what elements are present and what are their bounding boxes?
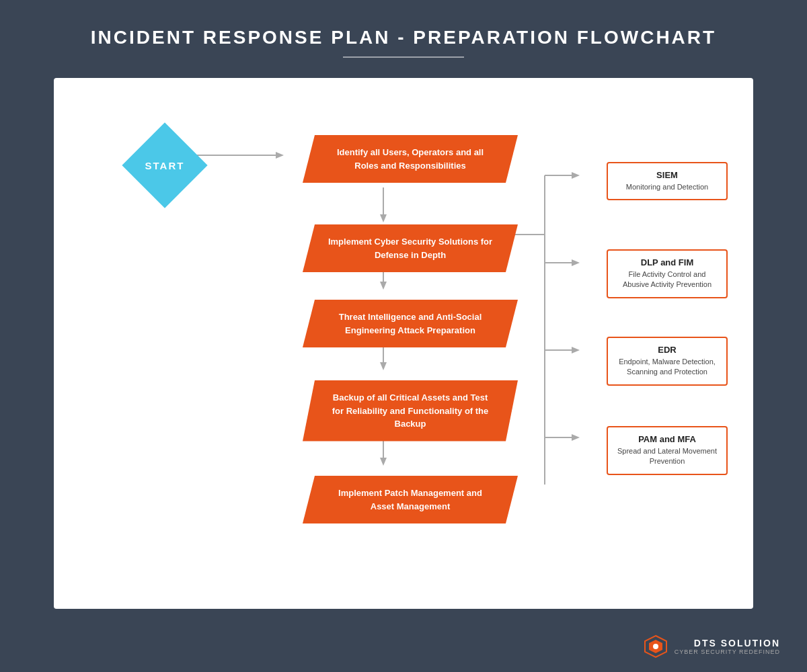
step5-text: Implement Patch Management and Asset Man…: [338, 488, 482, 511]
side-box-dlp-desc: File Activity Control and Abusive Activi…: [616, 269, 718, 290]
page-background: INCIDENT RESPONSE PLAN - PREPARATION FLO…: [0, 0, 807, 609]
main-card: START Identify all Users, Operators and …: [54, 78, 753, 609]
header-divider: [343, 56, 464, 58]
step2-text: Implement Cyber Security Solutions for D…: [328, 237, 492, 260]
page-title: INCIDENT RESPONSE PLAN - PREPARATION FLO…: [13, 27, 794, 48]
step2-box: Implement Cyber Security Solutions for D…: [303, 224, 518, 272]
start-label: START: [145, 159, 185, 171]
side-box-pam-desc: Spread and Lateral Movement Prevention: [616, 446, 718, 467]
side-box-pam-title: PAM and MFA: [616, 434, 718, 444]
step1-box: Identify all Users, Operators and all Ro…: [303, 135, 518, 183]
step3-text: Threat Intelligence and Anti-Social Engi…: [339, 312, 482, 335]
side-box-dlp: DLP and FIM File Activity Control and Ab…: [607, 249, 728, 298]
svg-point-23: [653, 644, 658, 649]
footer-branding: DTS SOLUTION CYBER SECURITY REDEFINED: [644, 634, 780, 659]
dts-logo-icon: [644, 634, 668, 659]
side-box-edr-desc: Endpoint, Malware Detection, Scanning an…: [616, 357, 718, 378]
step4-text: Backup of all Critical Assets and Test f…: [332, 392, 489, 429]
brand-sub: CYBER SECURITY REDEFINED: [675, 648, 780, 655]
start-node: START: [121, 132, 208, 199]
side-box-pam: PAM and MFA Spread and Lateral Movement …: [607, 426, 728, 475]
side-box-siem-desc: Monitoring and Detection: [616, 182, 718, 192]
header: INCIDENT RESPONSE PLAN - PREPARATION FLO…: [0, 0, 807, 71]
step3-box: Threat Intelligence and Anti-Social Engi…: [303, 300, 518, 347]
footer-text: DTS SOLUTION CYBER SECURITY REDEFINED: [675, 638, 780, 655]
side-box-dlp-title: DLP and FIM: [616, 257, 718, 267]
side-box-siem-title: SIEM: [616, 170, 718, 180]
side-box-edr: EDR Endpoint, Malware Detection, Scannin…: [607, 337, 728, 386]
brand-name: DTS SOLUTION: [675, 638, 780, 648]
step4-box: Backup of all Critical Assets and Test f…: [303, 380, 518, 442]
side-box-siem: SIEM Monitoring and Detection: [607, 162, 728, 200]
step1-text: Identify all Users, Operators and all Ro…: [337, 147, 484, 171]
side-box-edr-title: EDR: [616, 345, 718, 355]
step5-box: Implement Patch Management and Asset Man…: [303, 476, 518, 523]
